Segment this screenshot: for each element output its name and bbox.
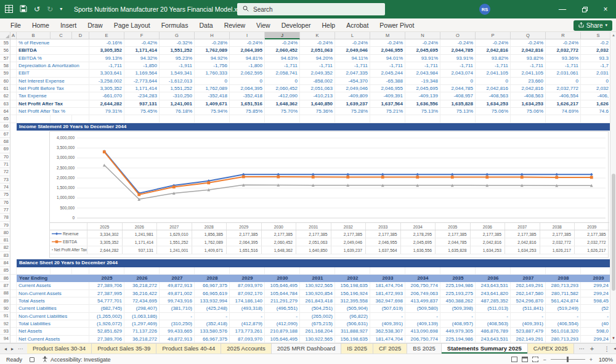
cell-B63[interactable]: Net Profit After Tax <box>17 100 89 108</box>
cell-Q91[interactable]: - <box>511 313 546 320</box>
redo-icon[interactable]: ↻ <box>47 6 53 13</box>
zoom-slider[interactable] <box>551 359 585 360</box>
row-header-71[interactable]: 71 <box>0 161 10 168</box>
row-header-62[interactable]: 62 <box>0 92 10 100</box>
tab-splitter-icon[interactable]: ⋮ <box>604 346 610 352</box>
year-header-2029[interactable]: 2029 <box>230 275 265 282</box>
ribbon-tab-power-pivot[interactable]: Power Pivot <box>374 18 419 32</box>
cell-M94[interactable]: 181,474,704 <box>370 336 405 343</box>
row-header-92[interactable]: 92 <box>0 320 10 328</box>
macro-record-icon[interactable] <box>30 357 34 362</box>
row-header-93[interactable]: 93 <box>0 328 10 335</box>
cell-P64[interactable]: 75.06% <box>476 108 511 115</box>
cell-O65[interactable] <box>440 115 476 123</box>
row-header-70[interactable]: 70 <box>0 153 10 161</box>
minimize-icon[interactable]: ― <box>553 0 572 18</box>
cell-J91[interactable]: - <box>265 313 300 320</box>
column-header-A[interactable]: A <box>10 32 17 39</box>
cell-R56[interactable]: 2,032,772 <box>546 47 581 54</box>
cell-N55[interactable]: -0.24% <box>405 39 440 47</box>
cell-S88[interactable]: 299,24 <box>581 290 610 297</box>
vertical-scrollbar[interactable]: ▲ ▼ <box>610 32 616 343</box>
cell-O60[interactable]: 0 <box>440 78 476 85</box>
cell-J93[interactable]: 210,879,188 <box>265 328 300 335</box>
cell-B85[interactable] <box>17 267 51 275</box>
cell-P56[interactable]: 2,042,816 <box>476 47 511 54</box>
cell-E94[interactable]: 27,389,706 <box>89 336 124 343</box>
cell-P58[interactable]: -1,711 <box>476 62 511 70</box>
cell-M92[interactable]: (409,391) <box>370 320 405 328</box>
cell-M58[interactable]: -1,711 <box>370 62 405 70</box>
cell-N92[interactable]: (409,139) <box>405 320 440 328</box>
cell-F93[interactable]: 71,137,226 <box>124 328 160 335</box>
cell-H55[interactable]: -0.28% <box>195 39 230 47</box>
cell-K63[interactable]: 1,640,850 <box>300 100 335 108</box>
column-header-Q[interactable]: Q <box>511 32 546 39</box>
cell-P90[interactable]: (511,013) <box>476 305 511 312</box>
year-header-2034[interactable]: 2034 <box>405 275 440 282</box>
cell-O87[interactable]: 225,194,986 <box>440 282 476 289</box>
cell-E56[interactable]: 3,305,352 <box>89 47 124 54</box>
tab-scroll-left-icon[interactable]: ◂ <box>4 346 7 352</box>
accessibility-status[interactable]: Accessibility: Investigate <box>51 357 111 363</box>
cell-L65[interactable] <box>335 115 370 123</box>
cell-H89[interactable]: 133,932,994 <box>195 297 230 305</box>
ribbon-tab-help[interactable]: Help <box>317 18 341 32</box>
cell-I94[interactable]: 87,093,970 <box>230 336 265 343</box>
cell-G92[interactable]: (310,250) <box>160 320 195 328</box>
cell-N85[interactable] <box>405 267 440 275</box>
cell-K57[interactable]: 94.20% <box>300 55 335 62</box>
close-icon[interactable]: × <box>596 0 615 18</box>
cell-P94[interactable]: 243,643,531 <box>476 336 511 343</box>
cell-L87[interactable]: 156,198,635 <box>335 282 370 289</box>
year-header-2035[interactable]: 2035 <box>440 275 476 282</box>
cell-J92[interactable]: (412,090) <box>265 320 300 328</box>
year-header-2026[interactable]: 2026 <box>124 275 160 282</box>
cell-I64[interactable]: 75.85% <box>230 108 265 115</box>
cell-R94[interactable]: 280,713,293 <box>546 336 581 343</box>
cell-Q88[interactable]: 262,147,580 <box>511 290 546 297</box>
cell-E55[interactable]: -0.16% <box>89 39 124 47</box>
scrollbar-thumb[interactable] <box>612 174 615 291</box>
cell-S55[interactable]: -0.2 <box>581 39 610 47</box>
column-header-D[interactable]: D <box>72 32 89 39</box>
cell-Q85[interactable] <box>511 267 546 275</box>
cell-L62[interactable]: -409,809 <box>335 92 370 100</box>
cell-N62[interactable]: -409,139 <box>405 92 440 100</box>
column-header-J[interactable]: J <box>265 32 300 39</box>
cell-D65[interactable] <box>72 115 89 123</box>
row-header-88[interactable]: 88 <box>0 289 10 297</box>
cell-N91[interactable]: - <box>405 313 440 320</box>
cell-R65[interactable] <box>546 115 581 123</box>
cell-S85[interactable] <box>581 267 610 275</box>
cell-A88[interactable] <box>10 290 17 297</box>
cell-B92[interactable]: Total Liabilities <box>17 320 89 328</box>
cell-H61[interactable]: 1,762,089 <box>195 85 230 92</box>
sheet-tab-2025-mrr-dashboard[interactable]: 2025 MRR Dashboard <box>272 344 342 354</box>
cell-S91[interactable]: - <box>581 313 610 320</box>
cell-B56[interactable]: EBITDA <box>17 47 89 54</box>
cell-S60[interactable]: 0 <box>581 78 610 85</box>
row-header-90[interactable]: 90 <box>0 305 10 312</box>
cell-M89[interactable]: 362,947,698 <box>370 297 405 305</box>
cell-N87[interactable]: 206,750,774 <box>405 282 440 289</box>
row-header-65[interactable]: 65 <box>0 115 10 123</box>
row-header-84[interactable]: 84 <box>0 259 10 267</box>
cell-R60[interactable]: 0 <box>546 78 581 85</box>
cell-A55[interactable] <box>10 39 17 47</box>
column-header-F[interactable]: F <box>124 32 160 39</box>
cell-A90[interactable] <box>10 305 17 312</box>
cell-O59[interactable]: 2,043,074 <box>440 70 476 77</box>
cell-N88[interactable]: 206,749,063 <box>405 290 440 297</box>
add-sheet-icon[interactable]: + <box>590 345 594 352</box>
cell-A58[interactable] <box>10 62 17 70</box>
cell-E89[interactable]: 54,777,701 <box>89 297 124 305</box>
cell-P87[interactable]: 243,643,531 <box>476 282 511 289</box>
cell-F58[interactable]: -1,850 <box>124 62 160 70</box>
cell-G63[interactable]: 1,241,001 <box>160 100 195 108</box>
cell-P92[interactable]: (408,563) <box>476 320 511 328</box>
cell-A85[interactable] <box>10 267 17 275</box>
cell-E87[interactable]: 27,389,706 <box>89 282 124 289</box>
cell-L60[interactable]: -454,370 <box>335 78 370 85</box>
cell-K91[interactable]: (265,002) <box>300 313 335 320</box>
